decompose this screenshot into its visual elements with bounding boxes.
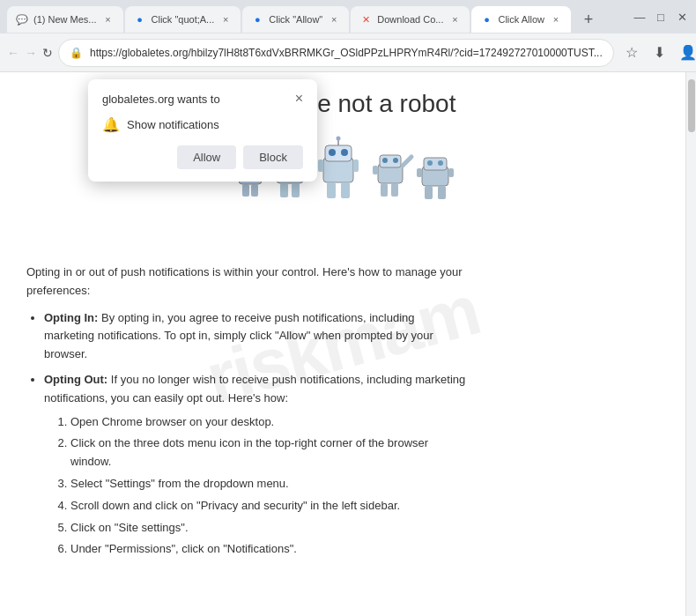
new-tab-button[interactable]: +	[576, 7, 601, 32]
svg-rect-41	[438, 186, 446, 199]
permission-label: Show notifications	[127, 118, 219, 131]
svg-rect-5	[251, 184, 258, 197]
page-inner: riskmam globaletes.org wants to × 🔔 Show…	[0, 72, 685, 616]
tab-favicon-2: ●	[134, 13, 146, 26]
tab-close-5[interactable]: ×	[550, 13, 562, 26]
tab-close-3[interactable]: ×	[328, 13, 340, 26]
svg-rect-23	[341, 182, 350, 198]
svg-rect-40	[425, 186, 433, 199]
svg-rect-32	[381, 183, 388, 197]
allow-button[interactable]: Allow	[177, 145, 236, 169]
svg-point-38	[427, 160, 433, 166]
svg-point-20	[329, 149, 336, 156]
minimize-button[interactable]: —	[633, 10, 647, 24]
address-bar[interactable]: 🔒 https://globaletes.org/hbilzy7lH8t8T6x…	[58, 39, 614, 67]
bell-icon: 🔔	[102, 116, 120, 133]
toolbar: ← → ↻ 🔒 https://globaletes.org/hbilzy7lH…	[0, 33, 696, 72]
opting-in-heading: Opting In:	[44, 311, 98, 324]
opting-out-heading: Opting Out:	[44, 373, 107, 386]
notification-permission-popup: globaletes.org wants to × 🔔 Show notific…	[88, 79, 317, 182]
step-4: Scroll down and click on "Privacy and se…	[70, 497, 467, 516]
svg-rect-42	[417, 168, 422, 177]
tab-favicon-1: 💬	[16, 13, 28, 26]
address-text: https://globaletes.org/hbilzy7lH8t8T6xdV…	[90, 47, 603, 59]
svg-point-21	[341, 149, 348, 156]
popup-header: globaletes.org wants to ×	[102, 92, 303, 106]
svg-rect-43	[448, 168, 454, 177]
list-item-opting-in: Opting In: By opting in, you agree to re…	[44, 309, 467, 364]
svg-rect-22	[327, 182, 336, 198]
body-intro: Opting in or out of push notifications i…	[26, 263, 467, 301]
step-1: Open Chrome browser on your desktop.	[70, 413, 467, 432]
svg-rect-37	[424, 158, 447, 170]
popup-close-button[interactable]: ×	[295, 92, 303, 106]
tab-favicon-5: ●	[480, 13, 492, 26]
toolbar-actions: ☆ ⬇ 👤 ⋮	[619, 41, 696, 65]
scrollbar-thumb[interactable]	[688, 79, 695, 132]
tab-title-1: (1) New Mes...	[33, 14, 97, 25]
tab-title-4: Download Co...	[377, 14, 443, 25]
svg-rect-4	[242, 184, 249, 197]
popup-title: globaletes.org wants to	[102, 93, 220, 106]
svg-rect-13	[292, 183, 300, 197]
svg-point-31	[393, 158, 398, 163]
svg-rect-33	[391, 183, 398, 197]
svg-rect-12	[280, 183, 288, 197]
block-button[interactable]: Block	[243, 145, 303, 169]
tab-click-allow-3[interactable]: ● Click "Allow" ×	[242, 6, 349, 33]
bookmark-star-button[interactable]: ☆	[619, 41, 644, 65]
popup-buttons: Allow Block	[102, 145, 303, 169]
maximize-button[interactable]: □	[654, 10, 668, 24]
tab-favicon-3: ●	[251, 13, 263, 26]
tab-messages[interactable]: 💬 (1) New Mes... ×	[7, 6, 123, 33]
tab-title-2: Click "quot;A...	[152, 14, 215, 25]
opting-in-text: By opting in, you agree to receive push …	[44, 311, 433, 361]
svg-line-35	[403, 157, 411, 166]
notification-permission-row: 🔔 Show notifications	[102, 116, 303, 133]
tab-close-1[interactable]: ×	[102, 13, 115, 26]
step-3: Select "Settings" from the dropdown menu…	[70, 475, 467, 494]
download-button[interactable]: ⬇	[648, 41, 672, 65]
list: Opting In: By opting in, you agree to re…	[26, 309, 467, 560]
tab-download[interactable]: ✕ Download Co... ×	[351, 6, 470, 33]
svg-rect-25	[353, 160, 359, 172]
list-item-opting-out: Opting Out: If you no longer wish to rec…	[44, 371, 467, 559]
forward-button[interactable]: →	[25, 41, 37, 65]
opting-out-text: If you no longer wish to receive push no…	[44, 373, 465, 404]
window-controls: — □ ✕	[633, 10, 689, 29]
tab-favicon-4: ✕	[359, 13, 372, 26]
svg-point-39	[438, 160, 443, 166]
svg-rect-24	[318, 160, 323, 172]
tab-click-allow-2[interactable]: ● Click "quot;A... ×	[125, 6, 241, 33]
scrollbar[interactable]	[685, 72, 696, 616]
svg-point-30	[382, 158, 388, 163]
tab-close-2[interactable]: ×	[219, 13, 232, 26]
step-6: Under "Permissions", click on "Notificat…	[70, 540, 467, 559]
lock-icon: 🔒	[70, 47, 83, 59]
body-text: Opting in or out of push notifications i…	[26, 263, 467, 559]
refresh-button[interactable]: ↻	[42, 41, 53, 65]
tab-title-3: Click "Allow"	[269, 14, 322, 25]
svg-rect-34	[373, 166, 378, 174]
browser-window: 💬 (1) New Mes... × ● Click "quot;A... × …	[0, 0, 696, 616]
close-button[interactable]: ✕	[675, 10, 689, 24]
svg-point-27	[337, 137, 341, 141]
step-2: Click on the three dots menu icon in the…	[70, 434, 467, 471]
tab-click-allow-5[interactable]: ● Click Allow ×	[471, 6, 571, 33]
tab-title-5: Click Allow	[498, 14, 544, 25]
profile-button[interactable]: 👤	[676, 41, 696, 65]
back-button[interactable]: ←	[7, 41, 19, 65]
steps-list: Open Chrome browser on your desktop. Cli…	[44, 413, 467, 560]
tab-bar: 💬 (1) New Mes... × ● Click "quot;A... × …	[0, 0, 696, 33]
step-5: Click on "Site settings".	[70, 519, 467, 538]
tab-close-4[interactable]: ×	[448, 13, 461, 26]
page-content: riskmam globaletes.org wants to × 🔔 Show…	[0, 72, 696, 616]
